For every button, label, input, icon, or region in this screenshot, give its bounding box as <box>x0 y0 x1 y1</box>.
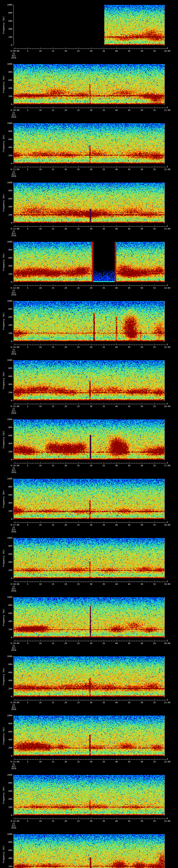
y-tick-label: 800 <box>0 426 12 429</box>
x-tick-label: 35 <box>97 702 111 704</box>
x-tick-label: 55 <box>148 346 161 348</box>
x-axis-start-time: 9:17:00 <box>8 524 22 526</box>
y-tick-label: 200 <box>0 273 12 275</box>
x-tick-label: 35 <box>97 583 111 585</box>
y-tick-label: 400 <box>0 798 12 800</box>
spectrogram-canvas <box>14 242 165 282</box>
x-tick-label: 5 <box>21 465 35 467</box>
x-tick-label: 50 <box>135 228 149 230</box>
x-tick-label: 15 <box>46 761 60 763</box>
y-tick-label: 200 <box>0 36 12 38</box>
x-tick-label: 35 <box>97 228 111 230</box>
x-axis-end-time: 23:00 <box>160 820 174 823</box>
y-tick-label: 0 <box>0 459 12 461</box>
y-tick-label: 0 <box>0 814 12 816</box>
x-tick-label: 30 <box>84 465 98 467</box>
x-tick-label: 15 <box>46 820 60 823</box>
y-tick-label: 0 <box>0 518 12 520</box>
y-tick-label: 0 <box>0 222 12 224</box>
y-tick-label: 600 <box>0 494 12 496</box>
y-tick-label: 200 <box>0 688 12 690</box>
y-tick-label: 800 <box>0 130 12 132</box>
x-axis-end-time: 19:00 <box>160 583 174 585</box>
x-tick-label: 35 <box>97 109 111 112</box>
x-tick-label: 40 <box>110 761 123 763</box>
x-tick-label: 50 <box>135 702 149 704</box>
x-tick-label: 40 <box>110 583 123 585</box>
y-tick-label: 1000 <box>0 4 12 6</box>
x-tick-label: 5 <box>21 583 35 585</box>
x-tick-label: 40 <box>110 50 123 52</box>
frequency-axis-title-wrap: Frequency (Hz) <box>1 360 6 401</box>
x-tick-label: 20 <box>59 287 73 289</box>
x-tick-label: 20 <box>59 109 73 112</box>
frequency-axis-title: Frequency (Hz) <box>2 549 5 567</box>
x-tick-label: 40 <box>110 346 123 348</box>
y-tick-label: 600 <box>0 672 12 674</box>
x-tick-label: 25 <box>71 287 85 289</box>
x-tick-label: 30 <box>84 168 98 170</box>
frequency-axis-title-wrap: Frequency (Hz) <box>1 420 6 460</box>
frequency-axis-title-wrap: Frequency (Hz) <box>1 301 6 341</box>
x-axis-end-time: 15:00 <box>160 346 174 348</box>
frequency-axis-title-wrap: Frequency (Hz) <box>1 242 6 282</box>
x-tick-label: 30 <box>84 524 98 526</box>
x-tick-label: 15 <box>46 405 60 408</box>
date-label: 2016 <box>7 294 21 296</box>
spectrogram-panel: Frequency (Hz)020040060080010009:18:0051… <box>0 533 178 592</box>
x-tick-label: 35 <box>97 405 111 408</box>
x-tick-label: 30 <box>84 228 98 230</box>
x-tick-label: 40 <box>110 287 123 289</box>
y-tick-label: 800 <box>0 486 12 488</box>
x-tick-label: 15 <box>46 109 60 112</box>
y-tick-label: 600 <box>0 849 12 851</box>
y-tick-label: 1000 <box>0 655 12 658</box>
x-tick-label: 55 <box>148 761 161 763</box>
frequency-axis-title: Frequency (Hz) <box>2 490 5 507</box>
x-tick-label: 15 <box>46 228 60 230</box>
spectrogram-canvas <box>14 834 165 868</box>
x-tick-label: 25 <box>71 524 85 526</box>
x-tick-label: 40 <box>110 405 123 408</box>
x-tick-label: 55 <box>148 168 161 170</box>
date-label: 2016 <box>7 57 21 59</box>
x-tick-label: 5 <box>21 228 35 230</box>
x-tick-label: 20 <box>59 405 73 408</box>
x-tick-label: 50 <box>135 50 149 52</box>
y-tick-label: 1000 <box>0 596 12 598</box>
y-tick-label: 800 <box>0 841 12 843</box>
spectrogram-panel: Frequency (Hz)020040060080010009:14:0051… <box>0 296 178 355</box>
y-tick-label: 600 <box>0 553 12 555</box>
y-tick-label: 400 <box>0 383 12 385</box>
x-tick-label: 55 <box>148 820 161 823</box>
y-tick-label: 1000 <box>0 122 12 124</box>
y-tick-label: 800 <box>0 782 12 784</box>
x-tick-label: 10 <box>33 405 47 408</box>
x-tick-label: 5 <box>21 820 35 823</box>
frequency-axis-title-wrap: Frequency (Hz) <box>1 597 6 638</box>
x-tick-label: 25 <box>71 109 85 112</box>
frequency-axis-title-wrap: Frequency (Hz) <box>1 716 6 756</box>
x-tick-label: 25 <box>71 583 85 585</box>
y-tick-label: 200 <box>0 155 12 157</box>
x-axis-end-time: 11:00 <box>160 109 174 112</box>
y-tick-label: 0 <box>0 637 12 639</box>
x-tick-label: 20 <box>59 228 73 230</box>
x-tick-label: 35 <box>97 465 111 467</box>
x-tick-label: 45 <box>122 642 136 645</box>
y-tick-label: 0 <box>0 755 12 757</box>
x-tick-label: 10 <box>33 346 47 348</box>
x-tick-label: 30 <box>84 761 98 763</box>
y-tick-label: 400 <box>0 324 12 327</box>
x-axis-end-time: 10:00 <box>160 50 174 52</box>
frequency-axis-title-wrap: Frequency (Hz) <box>1 64 6 104</box>
frequency-axis-title-wrap: Frequency (Hz) <box>1 123 6 163</box>
x-tick-label: 35 <box>97 287 111 289</box>
x-tick-label: 55 <box>148 702 161 704</box>
y-tick-label: 600 <box>0 435 12 437</box>
spectrogram-panel: Frequency (Hz)020040060080010009:12:0051… <box>0 178 178 237</box>
frequency-axis-title: Frequency (Hz) <box>2 431 5 448</box>
spectrogram-panel: Frequency (Hz)020040060080010009:21:0051… <box>0 711 178 770</box>
x-axis-end-time: 13:00 <box>160 228 174 230</box>
y-tick-label: 600 <box>0 731 12 733</box>
